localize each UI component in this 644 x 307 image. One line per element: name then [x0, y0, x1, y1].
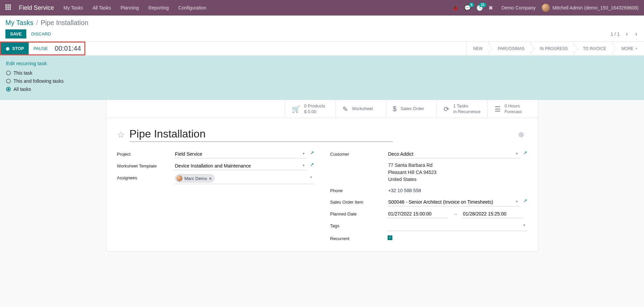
stage-bar: NEW PARUOSIMAS IN PROGRESS TO INVOICE MO…	[467, 42, 644, 55]
apps-menu-icon[interactable]	[5, 4, 12, 11]
external-link-icon[interactable]: ↗	[523, 150, 527, 155]
tags-field[interactable]: ▼	[388, 222, 527, 231]
pencil-icon: ✎	[342, 105, 348, 113]
external-link-icon[interactable]: ↗	[523, 198, 527, 203]
company-switcher[interactable]: Demo Company	[502, 5, 536, 10]
phone-value: +32 10 588 558	[388, 186, 527, 195]
pause-button[interactable]: PAUSE	[29, 46, 53, 51]
radio-icon	[6, 79, 11, 83]
customer-input[interactable]	[388, 150, 520, 158]
label-assignees: Assignees	[117, 174, 174, 180]
breadcrumb-current: Pipe Installation	[41, 19, 88, 27]
dollar-icon: $	[393, 105, 397, 113]
chevron-down-icon: ▼	[635, 47, 638, 50]
priority-indicator[interactable]	[519, 132, 524, 137]
user-name: Mitchell Admin (demo_150_1643269608)	[553, 5, 639, 10]
label-sales-order-item: Sales Order Item	[330, 198, 388, 205]
discard-button[interactable]: DISCARD	[31, 31, 51, 36]
stage-more[interactable]: MORE▼	[612, 42, 644, 55]
messages-badge: 5	[469, 3, 474, 7]
list-icon: ☰	[495, 105, 501, 113]
form-col-right: Customer ▼ ↗ 77 Santa Barbara Rd Pleasan…	[330, 150, 527, 245]
nav-my-tasks[interactable]: My Tasks	[63, 5, 83, 10]
stat-recurrence[interactable]: ⟳ 1 Tasks in Recurrence	[437, 100, 487, 118]
breadcrumb-parent[interactable]: My Tasks	[5, 19, 33, 27]
recurring-banner: Edit recurring task This task This and f…	[0, 56, 644, 100]
arrow-right-icon: →	[453, 211, 458, 217]
cart-icon: 🛒	[292, 105, 300, 113]
activities-badge: 21	[479, 3, 486, 7]
radio-all-tasks[interactable]: All tasks	[6, 86, 638, 92]
stat-products[interactable]: 🛒 0 Products $ 0.00	[285, 100, 335, 118]
planned-date-from[interactable]	[388, 210, 448, 218]
task-title-input[interactable]	[130, 128, 393, 142]
assignee-chip: Marc Demo ×	[175, 174, 215, 182]
stage-in-progress[interactable]: IN PROGRESS	[531, 42, 574, 55]
radio-this-and-following[interactable]: This and following tasks	[6, 78, 638, 84]
project-input[interactable]	[174, 150, 307, 158]
radio-icon	[6, 71, 11, 75]
stat-worksheet[interactable]: ✎ Worksheet	[335, 100, 386, 118]
chevron-down-icon: ▼	[310, 176, 313, 179]
stage-to-invoice[interactable]: TO INVOICE	[574, 42, 612, 55]
refresh-icon: ⟳	[444, 105, 449, 113]
customer-address: 77 Santa Barbara Rd Pleasant Hill CA 945…	[388, 162, 527, 183]
user-menu[interactable]: Mitchell Admin (demo_150_1643269608)	[542, 4, 639, 12]
stat-sales-order[interactable]: $ Sales Order	[386, 100, 437, 118]
sales-order-item-input[interactable]	[388, 198, 520, 206]
stage-new[interactable]: NEW	[467, 42, 488, 55]
nav-all-tasks[interactable]: All Tasks	[92, 5, 111, 10]
assignees-field[interactable]: Marc Demo × ▼	[174, 174, 314, 184]
breadcrumb: My Tasks / Pipe Installation	[5, 19, 639, 27]
form-col-left: Project ▼ ↗ Worksheet Template ▼ ↗	[117, 150, 314, 245]
external-link-icon[interactable]: ↗	[310, 162, 314, 167]
external-link-icon[interactable]: ↗	[310, 150, 314, 155]
recurring-title: Edit recurring task	[6, 60, 638, 66]
breadcrumb-sep: /	[36, 19, 38, 27]
label-customer: Customer	[330, 150, 388, 157]
messages-icon[interactable]: 💬5	[464, 5, 471, 11]
user-avatar	[542, 4, 550, 12]
nav-planning[interactable]: Planning	[120, 5, 139, 10]
control-panel: My Tasks / Pipe Installation SAVE DISCAR…	[0, 16, 644, 42]
status-bar: ◉ STOP PAUSE 00:01:44 NEW PARUOSIMAS IN …	[0, 42, 644, 56]
radio-this-task[interactable]: This task	[6, 70, 638, 76]
pager-next-icon[interactable]: ›	[634, 30, 639, 37]
activities-icon[interactable]: 🕓21	[476, 5, 483, 11]
stage-paruosimas[interactable]: PARUOSIMAS	[488, 42, 530, 55]
label-worksheet-template: Worksheet Template	[117, 162, 174, 169]
stat-bar: 🛒 0 Products $ 0.00 ✎ Worksheet $ Sales …	[106, 100, 538, 118]
pager-text: 1 / 1	[611, 31, 620, 37]
pager-prev-icon[interactable]: ‹	[624, 30, 629, 37]
stat-forecast[interactable]: ☰ 0 Hours Forecast	[487, 100, 538, 118]
tools-icon[interactable]: ✖	[488, 5, 493, 11]
remove-chip-icon[interactable]: ×	[209, 176, 212, 181]
timer-display: 00:01:44	[53, 45, 84, 52]
save-button[interactable]: SAVE	[5, 29, 26, 39]
debug-icon[interactable]: 🐞	[452, 5, 459, 11]
top-navbar: Field Service My Tasks All Tasks Plannin…	[0, 0, 644, 16]
avatar	[176, 175, 183, 181]
nav-reporting[interactable]: Reporting	[148, 5, 169, 10]
label-recurrent: Recurrent	[330, 234, 388, 241]
timer-block: ◉ STOP PAUSE 00:01:44	[0, 42, 85, 55]
radio-icon	[6, 87, 11, 92]
worksheet-template-input[interactable]	[174, 162, 307, 170]
label-tags: Tags	[330, 222, 388, 228]
form-sheet: 🛒 0 Products $ 0.00 ✎ Worksheet $ Sales …	[106, 100, 538, 252]
favorite-star-icon[interactable]: ☆	[117, 130, 125, 140]
chevron-down-icon: ▼	[523, 224, 526, 227]
planned-date-to[interactable]	[463, 210, 523, 218]
label-planned-date: Planned Date	[330, 210, 388, 216]
stop-button[interactable]: ◉ STOP	[1, 43, 29, 54]
stop-icon: ◉	[6, 46, 9, 51]
label-phone: Phone	[330, 186, 388, 193]
recurrent-checkbox[interactable]	[388, 235, 392, 240]
label-project: Project	[117, 150, 174, 157]
nav-configuration[interactable]: Configuration	[178, 5, 206, 10]
app-brand[interactable]: Field Service	[19, 4, 54, 11]
